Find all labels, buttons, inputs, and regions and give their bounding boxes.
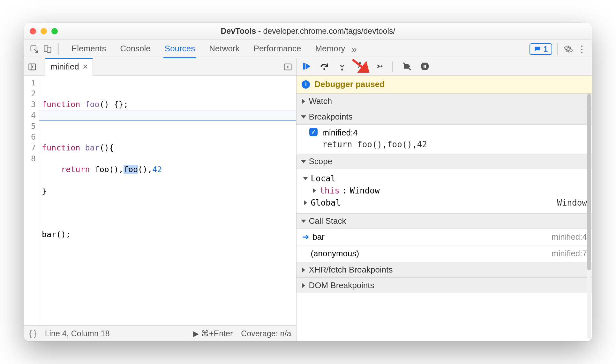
section-callstack[interactable]: Call Stack: [297, 213, 592, 229]
pretty-print-button[interactable]: { }: [29, 329, 37, 338]
devtools-window: DevTools - developer.chrome.com/tags/dev…: [24, 23, 592, 341]
section-watch[interactable]: Watch: [297, 93, 592, 109]
svg-rect-11: [425, 65, 426, 68]
stack-frame-anonymous[interactable]: (anonymous) minified:7: [297, 245, 592, 262]
panel-tabs: Elements Console Sources Network Perform…: [70, 40, 346, 58]
editor-footer: { } Line 4, Column 18 ▶ ⌘+Enter Coverage…: [24, 325, 296, 341]
svg-rect-5: [303, 63, 305, 69]
section-breakpoints[interactable]: Breakpoints: [297, 109, 592, 125]
issues-badge[interactable]: 1: [530, 43, 552, 55]
tab-sources[interactable]: Sources: [163, 40, 196, 58]
scrollbar-thumb[interactable]: [587, 94, 591, 270]
navigator-toggle-icon[interactable]: [28, 62, 37, 71]
tab-memory[interactable]: Memory: [314, 40, 346, 58]
coverage-status: Coverage: n/a: [241, 329, 291, 338]
current-frame-arrow-icon: ➔: [302, 232, 309, 242]
close-file-tab-icon[interactable]: ✕: [82, 63, 88, 71]
deactivate-breakpoints-button[interactable]: [402, 62, 412, 72]
section-dom-breakpoints[interactable]: DOM Breakpoints: [297, 278, 592, 293]
info-icon: i: [302, 80, 310, 89]
tab-console[interactable]: Console: [119, 40, 152, 58]
content-area: minified ✕ 1 2 3 4 5 6 7 8: [24, 58, 592, 341]
breakpoints-body: ✓ minified:4 return foo(),foo(),42: [297, 125, 592, 154]
run-snippet-icon[interactable]: [283, 62, 292, 71]
code-area[interactable]: function foo() {}; function bar(){ retur…: [39, 76, 296, 325]
tab-elements[interactable]: Elements: [70, 40, 107, 58]
settings-gear-icon[interactable]: [563, 43, 574, 55]
main-toolbar: Elements Console Sources Network Perform…: [24, 40, 592, 58]
section-xhr-breakpoints[interactable]: XHR/fetch Breakpoints: [297, 262, 592, 278]
debugger-panel: i Debugger paused Watch Breakpoints ✓ mi…: [297, 58, 592, 341]
svg-point-6: [324, 68, 326, 70]
breakpoint-code: return foo(),foo(),42: [309, 140, 587, 149]
debugger-toolbar: [297, 58, 592, 76]
file-tabstrip: minified ✕: [24, 58, 296, 76]
tab-network[interactable]: Network: [208, 40, 241, 58]
pause-on-exceptions-button[interactable]: [420, 62, 430, 72]
file-tab-label: minified: [50, 62, 79, 72]
device-toolbar-icon[interactable]: [42, 43, 53, 55]
scrollbar[interactable]: [587, 94, 591, 339]
svg-rect-10: [424, 65, 425, 68]
svg-point-9: [381, 65, 383, 67]
code-editor[interactable]: 1 2 3 4 5 6 7 8 function foo() {}; funct…: [24, 76, 296, 325]
debugger-paused-banner: i Debugger paused: [297, 76, 592, 93]
svg-rect-2: [47, 47, 51, 52]
kebab-menu-icon[interactable]: ⋮: [576, 43, 588, 55]
stack-frame-bar[interactable]: ➔ bar minified:4: [297, 229, 592, 245]
run-shortcut-hint: ▶ ⌘+Enter: [193, 329, 233, 338]
sources-panel: minified ✕ 1 2 3 4 5 6 7 8: [24, 58, 297, 341]
breakpoint-checkbox[interactable]: ✓: [309, 128, 318, 136]
inspect-element-icon[interactable]: [28, 43, 40, 55]
section-scope[interactable]: Scope: [297, 154, 592, 169]
breakpoint-label[interactable]: minified:4: [322, 128, 357, 138]
titlebar: DevTools - developer.chrome.com/tags/dev…: [24, 23, 592, 40]
scope-body: Local this: Window Global Window: [297, 169, 592, 213]
scope-this[interactable]: this: Window: [303, 185, 587, 197]
window-title: DevTools - developer.chrome.com/tags/dev…: [24, 26, 592, 36]
line-gutter: 1 2 3 4 5 6 7 8: [24, 76, 39, 325]
scope-global[interactable]: Global Window: [303, 197, 587, 209]
file-tab-minified[interactable]: minified ✕: [45, 58, 93, 76]
scope-local[interactable]: Local: [303, 172, 587, 185]
step-over-button[interactable]: [319, 62, 329, 72]
callstack-body: ➔ bar minified:4 (anonymous) minified:7: [297, 229, 592, 262]
resume-button[interactable]: [302, 62, 311, 72]
cursor-position: Line 4, Column 18: [45, 329, 110, 338]
tab-performance[interactable]: Performance: [252, 40, 303, 58]
